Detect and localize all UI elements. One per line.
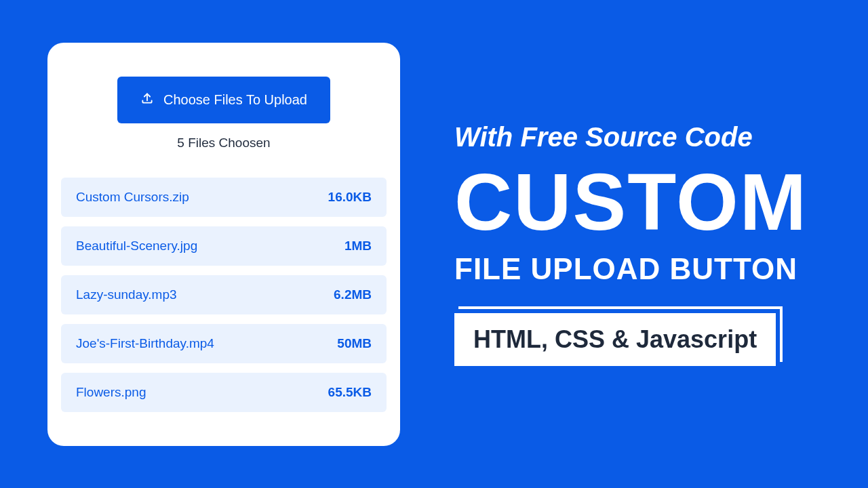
file-row: Beautiful-Scenery.jpg 1MB (61, 226, 387, 266)
file-size: 6.2MB (334, 287, 372, 302)
file-size: 1MB (344, 239, 372, 253)
choose-files-label: Choose Files To Upload (163, 92, 307, 108)
card-container: Choose Files To Upload 5 Files Choosen C… (0, 0, 434, 488)
file-size: 50MB (337, 336, 372, 351)
promo-subtitle2: FILE UPLOAD BUTTON (454, 252, 854, 286)
upload-card: Choose Files To Upload 5 Files Choosen C… (47, 43, 400, 446)
file-name: Lazy-sunday.mp3 (76, 287, 177, 302)
file-name: Flowers.png (76, 385, 146, 400)
file-row: Joe's-First-Birthday.mp4 50MB (61, 324, 387, 363)
tech-badge: HTML, CSS & Javascript (454, 313, 776, 366)
upload-icon (140, 92, 154, 108)
file-name: Joe's-First-Birthday.mp4 (76, 336, 214, 351)
file-size: 65.5KB (328, 385, 372, 400)
promo-title: CUSTOM (454, 161, 854, 245)
file-row: Flowers.png 65.5KB (61, 373, 387, 412)
files-count: 5 Files Choosen (61, 136, 387, 150)
file-size: 16.0KB (328, 190, 372, 205)
promo-subtitle: With Free Source Code (454, 122, 854, 152)
choose-files-button[interactable]: Choose Files To Upload (117, 77, 330, 123)
promo-panel: With Free Source Code CUSTOM FILE UPLOAD… (434, 0, 868, 488)
file-row: Lazy-sunday.mp3 6.2MB (61, 275, 387, 314)
file-row: Custom Cursors.zip 16.0KB (61, 178, 387, 217)
file-name: Beautiful-Scenery.jpg (76, 239, 197, 253)
file-name: Custom Cursors.zip (76, 190, 189, 205)
